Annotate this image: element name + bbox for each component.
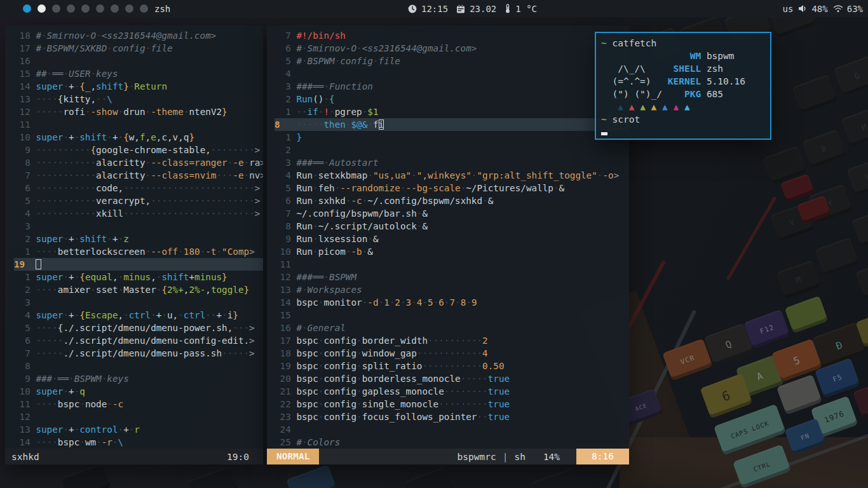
network-module[interactable]: 63%	[833, 4, 863, 14]
workspace-dot-empty[interactable]	[111, 4, 119, 13]
code-line: 10super·+·q	[14, 385, 263, 398]
code-line: 9Run·lxsession·&	[275, 233, 629, 245]
focused-window-title: zsh	[154, 4, 170, 14]
workspace-dot-empty[interactable]	[81, 4, 90, 13]
line-number: 7	[14, 347, 31, 360]
code-line: 3	[14, 220, 263, 233]
volume-module[interactable]: 48%	[798, 4, 827, 14]
line-number: 5	[275, 182, 291, 194]
line-number: 3	[275, 156, 291, 169]
line-number: 9	[14, 372, 31, 385]
keyboard-layout[interactable]: us	[783, 4, 794, 14]
statusline-filetype: sh	[514, 452, 525, 462]
line-number: 16	[14, 55, 31, 67]
bar-right-module: us 48% 63%	[783, 4, 863, 14]
line-number: 18	[14, 29, 31, 42]
code-line: 1····betterlockscreen·--off·180·-t·"Comp…	[14, 245, 263, 258]
line-number: 13	[275, 283, 291, 296]
line-number: 19	[275, 360, 291, 372]
terminal-line: ▲ ▲ ▲ ▲ ▲ ▲ ▲	[601, 100, 770, 113]
code-line: 4	[275, 67, 629, 80]
line-number: 5	[275, 55, 291, 67]
code-line: 15	[275, 309, 629, 322]
workspace-dot-focused[interactable]	[23, 4, 31, 13]
line-number: 7	[275, 29, 291, 42]
terminal-line: ~ scrot	[601, 113, 770, 126]
line-number: 25	[275, 436, 291, 449]
workspace-dot-empty[interactable]	[125, 4, 133, 13]
line-number: 17	[14, 42, 31, 55]
code-line: 7·····./.script/dmenu/dmenu-pass.sh·····…	[14, 347, 263, 360]
statusline-scroll-percent: 14%	[543, 452, 560, 462]
editor-window-bspwmrc[interactable]: 7#!/bin/sh6#·Smirnov-O·<ss2316544@gmail.…	[267, 25, 629, 464]
workspace-dot-empty[interactable]	[140, 4, 148, 13]
code-line: 8Run·~/.script/autolock·&	[275, 220, 629, 233]
clock-text: 12:15	[421, 4, 448, 14]
terminal-window[interactable]: ~ catfetch WM bspwm /\_/\ SHELL zsh (=^.…	[595, 32, 771, 140]
code-line: 13super·+·control·+·r	[14, 423, 263, 436]
code-line: 7~/.config/bspwm/bar.sh·&	[275, 207, 629, 220]
line-number: 24	[275, 423, 291, 436]
line-number: 13	[14, 423, 31, 436]
line-number: 12	[275, 271, 291, 283]
workspace-dot-empty[interactable]	[52, 4, 60, 13]
line-number: 14	[14, 80, 31, 93]
line-number: 14	[275, 296, 291, 309]
code-line: 2Run()·{	[275, 93, 629, 105]
code-line: 6Run·sxhkd·-c·~/.config/bspwm/sxhkd·&	[275, 194, 629, 207]
bar-center-module: 12:15 23.02 1 °C	[408, 0, 537, 17]
workspace-dot-empty[interactable]	[96, 4, 104, 13]
line-number: 5	[14, 322, 31, 334]
code-line: 17bspc·config·border_width··········2	[275, 334, 629, 347]
line-number: 4	[275, 67, 291, 80]
line-number: 6	[275, 194, 291, 207]
line-number: 11	[275, 258, 291, 271]
code-line: 13····{kitty,··\	[14, 93, 263, 105]
line-number: 11	[14, 398, 31, 410]
network-text: 63%	[847, 4, 863, 14]
wifi-icon	[833, 4, 843, 13]
date-text: 23.02	[470, 4, 496, 14]
code-line: 19	[14, 258, 263, 271]
code-line: 11	[14, 118, 263, 131]
workspace-dot-empty[interactable]	[67, 4, 75, 13]
line-number: 2	[14, 283, 31, 296]
code-line: 2····amixer·sset·Master·{2%+,2%-,toggle}	[14, 283, 263, 296]
line-number: 19	[14, 258, 31, 271]
code-line: 5#·BSPWM·config·file	[275, 55, 629, 67]
workspace-dot-occupied[interactable]	[37, 4, 46, 13]
line-number: 1	[275, 131, 291, 144]
line-number: 8	[275, 220, 291, 233]
clock-icon	[408, 4, 417, 13]
code-line: 7#!/bin/sh	[275, 29, 629, 42]
code-line: 2super·+·shift·+·z	[14, 233, 263, 245]
terminal-line: WM bspwm	[601, 50, 770, 62]
terminal-line: ~ catfetch	[601, 37, 770, 50]
code-line: 10super·+·shift·+·{w,f,e,c,v,q}	[14, 131, 263, 144]
statusline-position-badge: 8:16	[576, 449, 629, 464]
code-line: 17#·BSPWM/SXKBD·config·file	[14, 42, 263, 55]
statusline-separator: |	[503, 452, 508, 462]
code-line: 20bspc·config·borderless_monocle·····tru…	[275, 372, 629, 385]
line-number: 1	[275, 105, 291, 118]
code-line: 4Run·setxkbmap·"us,ua"·",winkeys"·"grp:a…	[275, 169, 629, 182]
line-number: 3	[275, 80, 291, 93]
line-number: 11	[14, 118, 31, 131]
code-line: 21bspc·config·gapless_monocle········tru…	[275, 385, 629, 398]
terminal-line: (=^.^=) KERNEL 5.10.16	[601, 75, 770, 88]
line-number: 13	[14, 93, 31, 105]
code-line: 7···········alacritty·--class=nvim···-e·…	[14, 169, 263, 182]
code-line: 5Run·feh·--randomize·--bg-scale·~/Pictur…	[275, 182, 629, 194]
editor-buffer: 7#!/bin/sh6#·Smirnov-O·<ss2316544@gmail.…	[267, 25, 629, 449]
line-number: 3	[14, 296, 31, 309]
code-line: 5···········veracrypt,··················…	[14, 194, 263, 207]
code-line: 11····bspc·node·-c	[14, 398, 263, 410]
line-number: 8	[14, 360, 31, 372]
code-line: 3###══·Autostart	[275, 156, 629, 169]
code-line: 4super·+·{Escape,·ctrl·+·u,·ctrl··+·i}	[14, 309, 263, 322]
line-number: 9	[14, 144, 31, 156]
code-line: 10Run·picom·-b·&	[275, 245, 629, 258]
editor-window-sxhkd[interactable]: 18#·Smirnov-O·<ss2316544@gmail.com>17#·B…	[5, 25, 263, 464]
line-number: 22	[275, 398, 291, 410]
terminal-output: ~ catfetch WM bspwm /\_/\ SHELL zsh (=^.…	[601, 37, 770, 139]
